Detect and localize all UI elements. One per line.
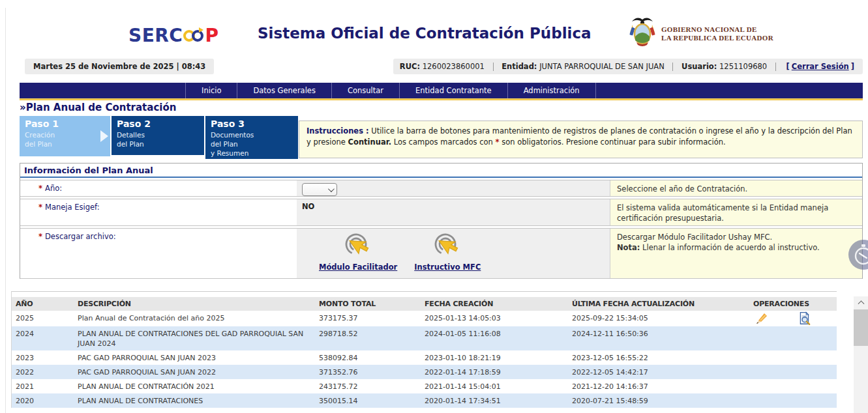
step-1-line2: del Plan (25, 139, 105, 149)
logout-label: Cerrar Sesión (792, 62, 849, 71)
cell-amount: 243175.72 (315, 379, 421, 393)
datetime-display: Martes 25 de Noviembre de 2025 | 08:43 (25, 59, 214, 74)
cell-year: 2021 (12, 379, 74, 393)
cell-year: 2020 (12, 393, 74, 408)
descargar-label-cell: *Descargar archivo: (20, 229, 297, 278)
instructions-bold-continuar: Continuar. (348, 137, 392, 147)
menu-item-inicio[interactable]: Inicio (186, 83, 237, 98)
instructivo-mfc-link[interactable]: Instructivo MFC (414, 263, 481, 272)
menu-item-consultar[interactable]: Consultar (332, 83, 400, 98)
anio-label: Año: (45, 184, 62, 193)
table-row: 2024 PLAN ANUAL DE CONTRATACIONES DEL GA… (12, 326, 837, 350)
preview-document-icon[interactable] (798, 311, 812, 326)
cell-operations (749, 393, 837, 408)
cell-created: 2021-01-14 15:04:01 (421, 379, 568, 393)
required-asterisk: * (38, 203, 42, 212)
sercop-logo: SERC P (128, 23, 218, 48)
esigef-control-cell: NO (297, 199, 610, 225)
cell-created: 2023-01-10 18:21:19 (421, 350, 568, 365)
cell-updated: 2021-12-20 14:16:37 (568, 379, 749, 393)
table-header-row: AÑO DESCRIPCIÓN MONTO TOTAL FECHA CREACI… (12, 297, 837, 311)
sercop-infinity-icon (183, 26, 204, 48)
entity-label: Entidad: (501, 62, 537, 71)
menu-item-administracion[interactable]: Administración (508, 83, 596, 98)
modulo-facilitador-download[interactable]: Módulo Facilitador (319, 233, 397, 272)
form-row-esigef: *Maneja Esigef: NO El sistema valida aut… (20, 199, 862, 226)
cell-amount: 298718.52 (315, 326, 421, 350)
anio-control-cell (297, 180, 610, 196)
cell-operations (749, 350, 837, 365)
government-label-line2: LA REPUBLICA DEL ECUADOR (661, 34, 773, 42)
entity-value: JUNTA PARROQUIAL DE SAN JUAN (539, 62, 665, 71)
menu-accent-bar (20, 98, 863, 100)
modulo-facilitador-link[interactable]: Módulo Facilitador (319, 263, 397, 272)
plan-info-panel: Información del Plan Anual *Año: Selecci… (20, 163, 863, 279)
cell-description: PLAN ANUAL DE CONTRATACIONES (74, 393, 315, 408)
step-arrow-icon (100, 130, 108, 142)
esigef-hint: El sistema valida automáticamente si la … (610, 199, 862, 225)
cell-description: PAC GAD PARROQUIAL SAN JUAN 2022 (74, 365, 315, 379)
step-1-title: Paso 1 (25, 119, 105, 129)
nota-text: Llenar la información de acuerdo al inst… (640, 243, 819, 252)
cell-operations (749, 379, 837, 393)
table-row: 2021 PLAN ANUAL DE CONTRATACIÓN 2021 243… (12, 379, 837, 393)
cell-year: 2022 (12, 365, 74, 379)
instructions-text-3: son obligatorios. Presione continuar par… (500, 137, 726, 147)
instructions-label: Instrucciones : (307, 126, 369, 135)
descargar-label: Descargar archivo: (45, 232, 116, 241)
ruc-value: 1260023860001 (423, 62, 485, 71)
cell-operations (749, 365, 837, 379)
cell-updated: 2024-12-11 16:50:36 (568, 326, 749, 350)
header-ultima-fecha: ÚLTIMA FECHA ACTUALIZACIÓN (568, 297, 749, 311)
step-2-line2: del Plan (117, 139, 199, 149)
header-ano: AÑO (12, 297, 74, 311)
cell-updated: 2023-12-05 16:55:22 (568, 350, 749, 365)
cell-description: Plan Anual de Contratación del año 2025 (74, 311, 315, 326)
cell-description: PLAN ANUAL DE CONTRATACIÓN 2021 (74, 379, 315, 393)
year-select[interactable] (302, 183, 337, 196)
esigef-label-cell: *Maneja Esigef: (20, 199, 297, 225)
download-links: Módulo Facilitador Instructivo MFC (302, 231, 605, 272)
cell-created: 2022-01-14 17:18:59 (421, 365, 568, 379)
session-info-bar: RUC: 1260023860001 Entidad: JUNTA PARROQ… (393, 59, 863, 74)
anio-hint: Seleccione el año de Contratación. (610, 180, 862, 196)
cell-amount: 371352.76 (315, 365, 421, 379)
menu-item-datos-generales[interactable]: Datos Generales (237, 83, 331, 98)
menu-item-entidad-contratante[interactable]: Entidad Contratante (400, 83, 508, 98)
descargar-control-cell: Módulo Facilitador Instructivo MFC (297, 229, 610, 278)
wizard-step-2[interactable]: Paso 2 Detalles del Plan (112, 116, 204, 155)
step-3-line2: del Plan (211, 139, 293, 149)
divider (775, 63, 776, 71)
chevron-down-icon (328, 186, 335, 192)
scrollbar-thumb[interactable] (854, 309, 868, 346)
table-row: 2023 PAC GAD PARROQUIAL SAN JUAN 2023 53… (12, 350, 837, 365)
nota-label: Nota: (617, 243, 640, 252)
step-1-line1: Creación (25, 130, 105, 139)
logout-bracket-open: [ (786, 62, 789, 71)
instructions-box: Instrucciones : Utilice la barra de boto… (299, 121, 863, 158)
user-label: Usuario: (681, 62, 717, 71)
step-2-title: Paso 2 (117, 119, 199, 129)
step-3-title: Paso 3 (211, 119, 293, 129)
sercop-logo-text-blue: SERC (128, 25, 183, 46)
instructions-text-2: Los campos marcados con (391, 137, 495, 147)
page-title: »Plan Anual de Contratación (20, 102, 176, 113)
clock-icon (852, 244, 868, 266)
scrollbar-up-button[interactable] (854, 296, 868, 307)
cell-operations (749, 326, 837, 350)
logout-link[interactable]: [Cerrar Sesión] (784, 62, 856, 71)
instructivo-mfc-download[interactable]: Instructivo MFC (414, 233, 481, 272)
wizard-step-3[interactable]: Paso 3 Documentos del Plan y Resumen (205, 116, 298, 159)
descargar-hint: Descargar Módulo Facilitador Ushay MFC. … (610, 229, 862, 278)
government-label-line1: GOBIERNO NACIONAL DE (661, 25, 773, 34)
sercop-logo-text-red: P (205, 25, 218, 46)
divider (493, 63, 494, 71)
cell-created: 2024-01-05 11:16:08 (421, 326, 568, 350)
cell-year: 2025 (12, 311, 74, 326)
edit-pencil-icon[interactable] (755, 311, 769, 326)
table-scrollbar[interactable] (854, 296, 868, 413)
wizard-step-1[interactable]: Paso 1 Creación del Plan (20, 116, 110, 156)
table-row: 2020 PLAN ANUAL DE CONTRATACIONES 350015… (12, 393, 837, 408)
cell-created: 2020-01-14 17:34:51 (421, 393, 568, 408)
download-click-icon (342, 233, 374, 262)
